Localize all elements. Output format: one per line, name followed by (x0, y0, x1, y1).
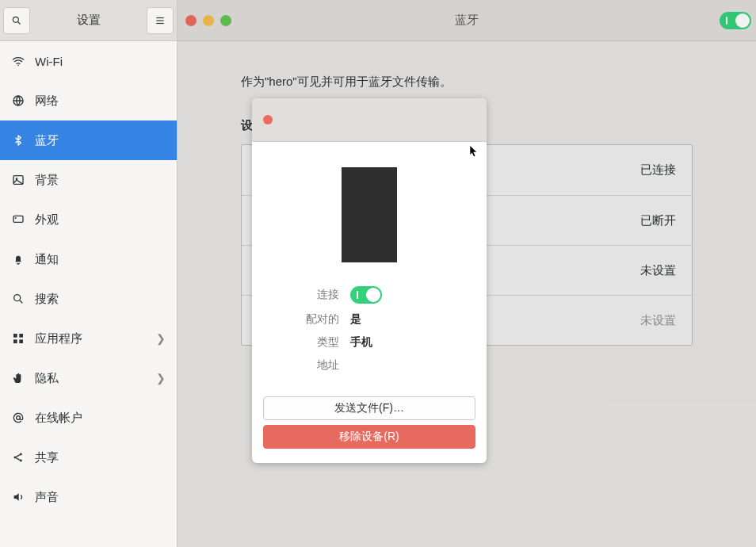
svg-point-5 (17, 65, 19, 67)
chevron-right-icon: ❯ (156, 372, 166, 384)
svg-point-20 (20, 460, 22, 462)
svg-rect-15 (13, 339, 17, 343)
device-status: 未设置 (640, 313, 676, 328)
type-label: 类型 (252, 335, 339, 350)
sidebar-item-notifications[interactable]: 通知 (0, 239, 177, 279)
window-controls (185, 15, 231, 26)
sidebar-item-label: 隐私 (35, 371, 147, 386)
share-icon (11, 450, 25, 465)
sidebar-item-label: 应用程序 (35, 331, 147, 346)
main-panel: 蓝牙 作为"hero"可见并可用于蓝牙文件传输。 设备 已连接 已断开 (178, 0, 756, 547)
at-icon (11, 411, 25, 425)
search-button[interactable] (3, 7, 30, 34)
sidebar-item-label: Wi-Fi (35, 55, 166, 68)
sidebar-item-label: 外观 (35, 212, 166, 228)
speaker-icon (11, 490, 25, 504)
sidebar-item-sharing[interactable]: 共享 (0, 438, 177, 477)
sidebar-item-label: 网络 (35, 94, 166, 109)
chevron-right-icon: ❯ (156, 332, 166, 345)
svg-line-12 (20, 300, 22, 303)
main-header: 蓝牙 (178, 0, 756, 41)
connect-label: 连接 (252, 288, 339, 302)
svg-rect-13 (13, 334, 17, 338)
bell-icon (11, 252, 25, 266)
svg-point-10 (15, 217, 17, 219)
sidebar-item-applications[interactable]: 应用程序 ❯ (0, 319, 177, 358)
sidebar-header: 设置 (0, 0, 177, 41)
paired-label: 配对的 (252, 312, 339, 327)
bluetooth-master-toggle[interactable] (720, 12, 751, 29)
apps-icon (11, 331, 25, 346)
svg-point-0 (13, 17, 18, 22)
visibility-text: 作为"hero"可见并可用于蓝牙文件传输。 (241, 75, 693, 90)
svg-rect-9 (13, 216, 23, 222)
globe-icon (11, 94, 25, 108)
sidebar-title: 设置 (30, 13, 147, 28)
sidebar-item-label: 通知 (35, 252, 166, 267)
svg-line-1 (18, 21, 21, 24)
search-icon (11, 292, 25, 306)
sidebar-item-wifi[interactable]: Wi-Fi (0, 41, 177, 81)
sidebar-item-label: 在线帐户 (35, 411, 166, 426)
device-image-icon (342, 167, 397, 262)
sidebar-item-online-accounts[interactable]: 在线帐户 (0, 398, 177, 438)
sidebar-item-search[interactable]: 搜索 (0, 279, 177, 319)
send-file-button[interactable]: 发送文件(F)… (263, 396, 475, 420)
device-detail-dialog: 连接 配对的 是 类型 手机 地址 发送文件(F)… 移除设备(R) (252, 98, 487, 463)
image-icon (11, 173, 25, 187)
sidebar-item-label: 声音 (35, 490, 166, 505)
svg-point-11 (14, 295, 21, 301)
svg-point-19 (20, 453, 22, 456)
sidebar-item-appearance[interactable]: 外观 (0, 200, 177, 239)
paired-value: 是 (350, 312, 487, 327)
address-label: 地址 (252, 358, 339, 373)
sidebar-item-label: 共享 (35, 450, 166, 465)
sidebar-item-bluetooth[interactable]: 蓝牙 (0, 120, 177, 160)
hand-icon (11, 371, 25, 385)
type-value: 手机 (350, 335, 487, 350)
window-close-button[interactable] (185, 15, 197, 26)
sidebar-nav: Wi-Fi 网络 蓝牙 背景 外观 通知 (0, 41, 177, 547)
cursor-icon (470, 146, 478, 157)
sidebar-item-privacy[interactable]: 隐私 ❯ (0, 358, 177, 398)
sidebar-item-sound[interactable]: 声音 (0, 477, 177, 517)
sidebar-item-network[interactable]: 网络 (0, 81, 177, 120)
device-connect-toggle[interactable] (350, 286, 382, 304)
svg-point-18 (14, 457, 17, 459)
svg-rect-14 (19, 334, 23, 338)
sidebar-item-label: 背景 (35, 173, 166, 188)
sidebar-item-label: 搜索 (35, 292, 166, 307)
bluetooth-icon (11, 133, 25, 147)
svg-point-17 (17, 416, 21, 420)
window-minimize-button[interactable] (203, 15, 214, 26)
remove-device-button[interactable]: 移除设备(R) (263, 425, 475, 449)
wifi-icon (11, 54, 25, 68)
page-title: 蓝牙 (178, 13, 756, 28)
appearance-icon (11, 212, 25, 227)
sidebar-item-label: 蓝牙 (35, 133, 166, 148)
dialog-close-button[interactable] (263, 115, 273, 124)
sidebar-item-background[interactable]: 背景 (0, 160, 177, 200)
settings-sidebar: 设置 Wi-Fi 网络 蓝牙 背景 (0, 0, 178, 547)
dialog-titlebar (252, 98, 487, 142)
menu-button[interactable] (147, 7, 174, 34)
device-status: 未设置 (640, 263, 676, 278)
svg-rect-16 (19, 339, 23, 343)
device-info: 连接 配对的 是 类型 手机 地址 (252, 286, 487, 373)
window-maximize-button[interactable] (220, 15, 231, 26)
device-status: 已连接 (640, 163, 676, 178)
device-status: 已断开 (640, 213, 676, 228)
